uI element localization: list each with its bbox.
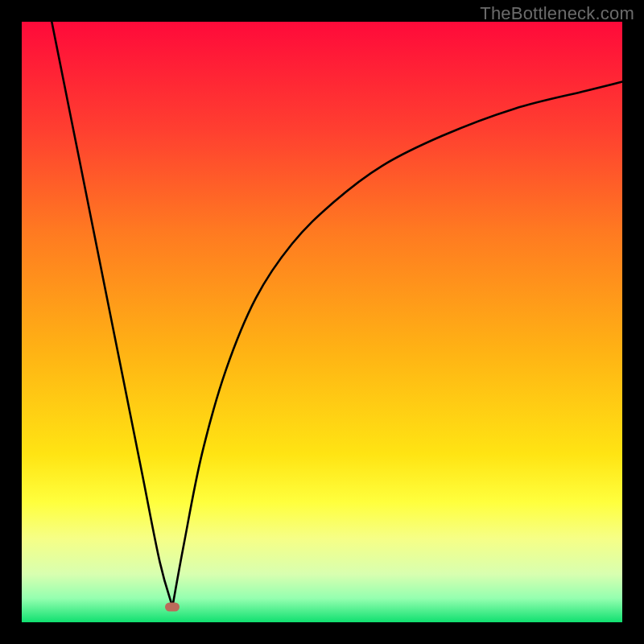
curve-right-branch [172,82,622,607]
curve-left-branch [52,22,172,607]
chart-frame: TheBottleneck.com [0,0,644,644]
bottleneck-curve [22,22,622,622]
optimum-marker [165,602,180,611]
